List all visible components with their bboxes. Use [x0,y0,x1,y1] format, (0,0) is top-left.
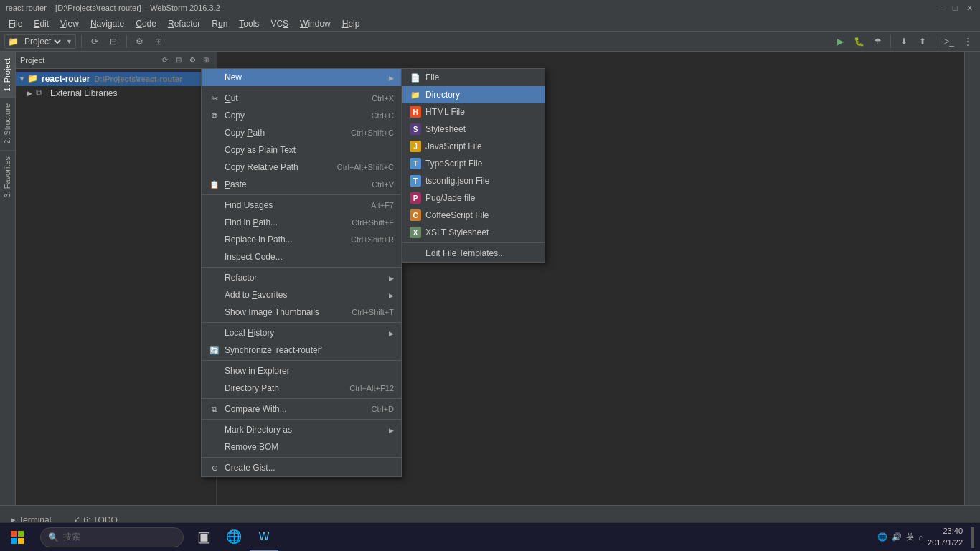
coverage-button[interactable]: ☂ [870,34,885,50]
minimize-button[interactable]: – [936,3,946,13]
panel-gear-btn[interactable]: ⊞ [200,55,212,66]
panel-collapse-btn[interactable]: ⊟ [173,55,184,66]
ctx-cut-shortcut: Ctrl+X [372,94,394,103]
ctx-cut[interactable]: ✂ Cut Ctrl+X [202,90,401,107]
ctx-compare[interactable]: ⧉ Compare With... Ctrl+D [202,400,401,418]
dropdown-arrow-icon: ▼ [66,38,72,45]
panel-sync-btn[interactable]: ⟳ [159,55,171,66]
systray-ime: 英 [906,532,914,542]
ctx-local-history[interactable]: Local History [202,324,401,342]
ctx-remove-bom-label: Remove BOM [225,442,394,452]
layout-button[interactable]: ⊞ [151,34,166,50]
taskbar-browser[interactable]: 🌐 [220,523,248,552]
ctx-thumbnails-shortcut: Ctrl+Shift+T [352,308,394,316]
ctx-replace-path[interactable]: Replace in Path... Ctrl+Shift+R [202,231,401,248]
menu-tools[interactable]: Tools [233,17,265,30]
sub-tsconfig[interactable]: T tsconfig.json File [402,172,545,189]
vcs-commit-button[interactable]: ⬆ [915,34,930,50]
menu-run[interactable]: Run [206,17,233,30]
collapse-button[interactable]: ⊟ [105,34,121,50]
ctx-mark-dir[interactable]: Mark Directory as [202,421,401,438]
ctx-find-path-label: Find in Path... [225,217,337,227]
settings-button[interactable]: ⚙ [132,34,148,50]
sub-edit-templates[interactable]: Edit File Templates... [402,245,545,262]
folder-icon: 📁 [8,37,19,47]
ctx-paste[interactable]: 📋 Paste Ctrl+V [202,176,401,193]
menu-refactor[interactable]: Refactor [162,17,206,30]
menu-edit[interactable]: Edit [28,17,55,30]
sub-js[interactable]: J JavaScript File [402,138,545,155]
terminal-tab[interactable]: ▸ Terminal [6,512,57,523]
sub-directory[interactable]: 📁 Directory [402,86,545,103]
systray-show-desktop[interactable] [971,527,974,548]
new-icon [209,72,220,83]
sub-ts[interactable]: T TypeScript File [402,155,545,172]
ctx-show-explorer[interactable]: Show in Explorer [202,362,401,380]
taskbar-explorer[interactable]: ▣ [189,523,218,552]
ctx-show-thumbnails[interactable]: Show Image Thumbnails Ctrl+Shift+T [202,303,401,321]
panel-settings-btn[interactable]: ⚙ [187,55,198,66]
ctx-inspect-label: Inspect Code... [225,252,394,262]
titlebar: react-router – [D:\Projects\react-router… [0,0,980,16]
taskbar-clock[interactable]: 23:40 2017/1/22 [928,526,963,548]
menu-help[interactable]: Help [336,17,366,30]
vcs-update-button[interactable]: ⬇ [896,34,912,50]
ctx-copy-plain[interactable]: Copy as Plain Text [202,141,401,159]
sub-file[interactable]: 📄 File [402,69,545,86]
ctx-find-usages[interactable]: Find Usages Alt+F7 [202,197,401,214]
todo-tab[interactable]: ✓ 6: TODO [68,512,123,523]
ctx-inspect[interactable]: Inspect Code... [202,248,401,265]
sidebar-item-structure[interactable]: 2: Structure [0,97,15,150]
mark-dir-arrow [389,425,394,435]
ctx-create-gist[interactable]: ⊕ Create Gist... [202,459,401,476]
tree-item-root[interactable]: ▼ 📁 react-router D:\Projects\react-route… [16,72,216,86]
maximize-button[interactable]: □ [950,3,960,13]
ctx-directory-path-label: Directory Path [225,383,335,393]
gist-icon: ⊕ [209,462,220,474]
terminal-button[interactable]: >_ [941,34,957,50]
ctx-directory-path[interactable]: Directory Path Ctrl+Alt+F12 [202,380,401,397]
ctx-copy-relative[interactable]: Copy Relative Path Ctrl+Alt+Shift+C [202,159,401,176]
find-usages-icon [209,199,220,211]
todo-label: 6: TODO [83,515,118,523]
cut-icon: ✂ [209,93,220,104]
thumbnails-icon [209,306,220,318]
ctx-synchronize[interactable]: 🔄 Synchronize 'react-router' [202,342,401,359]
run-button[interactable]: ▶ [832,34,848,50]
sidebar-item-favorites[interactable]: 3: Favorites [0,150,15,203]
menu-view[interactable]: View [55,17,85,30]
menubar: File Edit View Navigate Code Refactor Ru… [0,16,980,32]
ctx-copy-path[interactable]: Copy Path Ctrl+Shift+C [202,124,401,141]
ctx-copy[interactable]: ⧉ Copy Ctrl+C [202,107,401,124]
ctx-new[interactable]: New [202,69,401,86]
taskbar-search[interactable]: 🔍 搜索 [40,527,184,547]
menu-vcs[interactable]: VCS [265,17,294,30]
ctx-add-favorites[interactable]: Add to Favorites [202,286,401,303]
more-button[interactable]: ⋮ [960,34,976,50]
tree-item-ext-libs[interactable]: ▶ ⧉ External Libraries [16,86,216,100]
sub-coffee[interactable]: C CoffeeScript File [402,207,545,224]
sub-file-label: File [425,72,439,83]
ctx-show-thumbnails-label: Show Image Thumbnails [225,307,337,317]
close-button[interactable]: ✕ [964,3,974,13]
sub-pug[interactable]: P Pug/Jade file [402,189,545,207]
toolbar-separator4 [936,35,936,48]
sync-button[interactable]: ⟳ [87,34,103,50]
start-button[interactable] [0,523,34,552]
sub-xslt[interactable]: X XSLT Stylesheet [402,224,545,241]
ctx-refactor[interactable]: Refactor [202,269,401,286]
tree-root-path: D:\Projects\react-router [94,75,182,83]
ctx-find-path[interactable]: Find in Path... Ctrl+Shift+F [202,214,401,231]
bottom-bar: ▸ Terminal ✓ 6: TODO [0,505,980,522]
menu-window[interactable]: Window [294,17,336,30]
menu-file[interactable]: File [3,17,28,30]
menu-code[interactable]: Code [130,17,162,30]
ctx-remove-bom[interactable]: Remove BOM [202,438,401,456]
project-selector[interactable]: Project [22,36,63,47]
taskbar-webstorm[interactable]: W [250,523,278,552]
sub-stylesheet[interactable]: S Stylesheet [402,121,545,138]
debug-button[interactable]: 🐛 [851,34,867,50]
menu-navigate[interactable]: Navigate [85,17,130,30]
sidebar-item-project[interactable]: 1: Project [0,52,15,97]
sub-html[interactable]: H HTML File [402,103,545,121]
